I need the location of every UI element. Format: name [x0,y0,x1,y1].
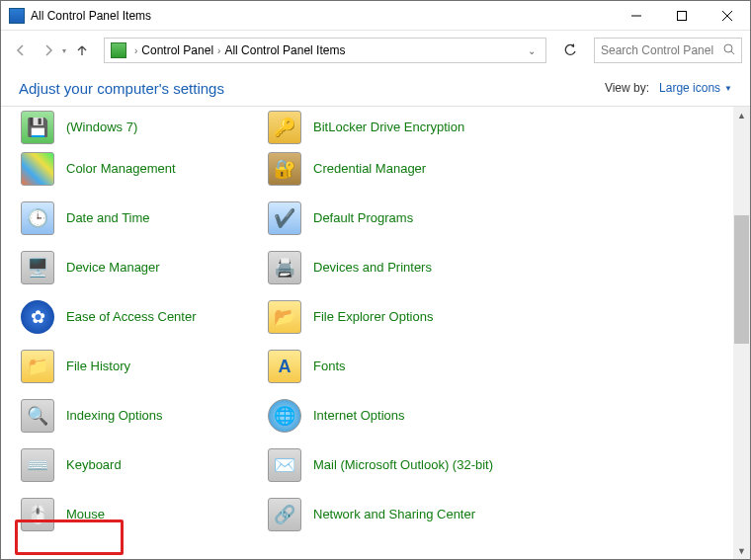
cp-item-device-manager[interactable]: 🖥️ Device Manager [21,243,268,292]
keyboard-icon: ⌨️ [21,448,54,482]
cp-item-indexing-options[interactable]: 🔍 Indexing Options [21,391,268,440]
cp-item-credential-manager[interactable]: 🔐 Credential Manager [268,144,515,194]
scroll-thumb[interactable] [734,215,749,344]
item-label: (Windows 7) [66,120,137,135]
item-label: Network and Sharing Center [313,507,475,522]
device-icon: 🖥️ [21,251,54,284]
mail-icon: ✉️ [268,448,301,482]
item-label: Mail (Microsoft Outlook) (32-bit) [313,457,493,473]
address-dropdown-button[interactable]: ⌄ [522,45,542,56]
item-label: Devices and Printers [313,260,432,276]
chevron-down-icon: ▼ [724,84,732,93]
search-icon [723,43,735,58]
cp-item-color-management[interactable]: Color Management [21,144,268,194]
view-by-value: Large icons [659,81,720,95]
navigation-bar: ▾ › Control Panel › All Control Panel It… [1,31,750,70]
recent-locations-button[interactable]: ▾ [62,46,66,55]
search-placeholder: Search Control Panel [601,43,713,57]
explorer-options-icon: 📂 [268,300,301,334]
refresh-icon [563,43,577,57]
maximize-button[interactable] [659,1,705,31]
window-title: All Control Panel Items [31,9,614,23]
item-label: BitLocker Drive Encryption [313,120,464,135]
forward-arrow-icon [42,43,55,57]
scroll-down-button[interactable]: ▼ [733,542,750,559]
back-button[interactable] [9,39,33,62]
item-label: Internet Options [313,408,405,424]
cp-item-network-sharing[interactable]: 🔗 Network and Sharing Center [268,490,515,539]
svg-rect-1 [678,11,687,20]
page-title: Adjust your computer's settings [19,80,605,97]
clock-icon: 🕒 [21,201,54,235]
up-arrow-icon [75,43,89,57]
cp-item-file-history[interactable]: 📁 File History [21,342,268,391]
breadcrumb-separator: › [130,45,141,56]
item-label: Keyboard [66,457,122,473]
up-button[interactable] [70,39,94,62]
maximize-icon [677,11,687,21]
vault-icon: 🔐 [268,152,301,186]
svg-point-4 [724,44,732,52]
minimize-button[interactable] [614,1,659,31]
view-by-selector[interactable]: Large icons ▼ [659,81,732,95]
titlebar: All Control Panel Items [1,1,750,31]
cp-item-default-programs[interactable]: ✔️ Default Programs [268,194,515,243]
cp-item-keyboard[interactable]: ⌨️ Keyboard [21,440,268,490]
item-label: Device Manager [66,260,160,276]
defaults-icon: ✔️ [268,201,301,235]
cp-item-file-explorer-options[interactable]: 📂 File Explorer Options [268,292,515,342]
back-arrow-icon [14,43,28,57]
items-column: 🔑 BitLocker Drive Encryption 🔐 Credentia… [268,111,515,539]
cp-item-mouse[interactable]: 🖱️ Mouse [21,490,268,539]
item-label: Fonts [313,359,346,374]
cp-item-fonts[interactable]: A Fonts [268,342,515,391]
item-label: Default Programs [313,210,413,226]
cp-item-backup-windows7[interactable]: 💾 (Windows 7) [21,111,268,144]
control-panel-window: All Control Panel Items ▾ › Control Pane… [0,0,751,560]
item-label: Indexing Options [66,408,163,424]
mouse-icon: 🖱️ [21,498,54,531]
item-label: Credential Manager [313,161,426,177]
address-bar[interactable]: › Control Panel › All Control Panel Item… [104,38,546,63]
item-label: File Explorer Options [313,309,433,325]
item-label: File History [66,359,130,374]
cp-item-ease-of-access[interactable]: ✿ Ease of Access Center [21,292,268,342]
close-button[interactable] [705,1,750,31]
view-by-label: View by: [605,81,649,95]
fonts-icon: A [268,350,301,383]
content-area: 💾 (Windows 7) Color Management 🕒 Date an… [1,107,750,559]
minimize-icon [631,11,641,21]
header-row: Adjust your computer's settings View by:… [1,70,750,106]
forward-button[interactable] [37,39,60,62]
scroll-up-button[interactable]: ▲ [733,107,750,123]
svg-line-5 [731,51,734,54]
folder-history-icon: 📁 [21,350,54,383]
breadcrumb-segment[interactable]: Control Panel [141,43,213,57]
backup-icon: 💾 [21,111,54,144]
item-label: Ease of Access Center [66,309,197,325]
breadcrumb-root-icon [111,42,126,58]
breadcrumb-segment[interactable]: All Control Panel Items [224,43,345,57]
cp-item-devices-printers[interactable]: 🖨️ Devices and Printers [268,243,515,292]
breadcrumb-separator: › [213,45,224,56]
refresh-button[interactable] [556,38,584,63]
control-panel-app-icon [9,8,25,24]
item-label: Mouse [66,507,105,522]
index-icon: 🔍 [21,399,54,433]
printer-icon: 🖨️ [268,251,301,284]
cp-item-internet-options[interactable]: 🌐 Internet Options [268,391,515,440]
item-label: Date and Time [66,210,150,226]
cp-item-bitlocker[interactable]: 🔑 BitLocker Drive Encryption [268,111,515,144]
item-label: Color Management [66,161,176,177]
network-icon: 🔗 [268,498,301,531]
close-icon [722,11,732,21]
color-icon [21,152,54,186]
search-input[interactable]: Search Control Panel [594,38,742,63]
cp-item-date-time[interactable]: 🕒 Date and Time [21,194,268,243]
items-column: 💾 (Windows 7) Color Management 🕒 Date an… [21,111,268,539]
internet-icon: 🌐 [268,399,301,433]
vertical-scrollbar[interactable]: ▲ ▼ [733,107,750,559]
bitlocker-icon: 🔑 [268,111,301,144]
cp-item-mail-outlook[interactable]: ✉️ Mail (Microsoft Outlook) (32-bit) [268,440,515,490]
items-grid: 💾 (Windows 7) Color Management 🕒 Date an… [1,107,728,559]
